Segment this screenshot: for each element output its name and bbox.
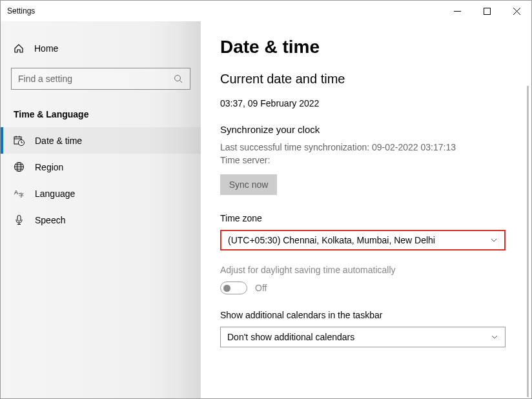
content-area: Date & time Current date and time 03:37,…	[201, 21, 531, 398]
current-datetime-value: 03:37, 09 February 2022	[220, 98, 511, 108]
sync-last-success: Last successful time synchronization: 09…	[220, 141, 511, 154]
svg-text:A: A	[14, 189, 18, 196]
sync-now-button[interactable]: Sync now	[220, 174, 277, 195]
sidebar: Home Time & Language Date & time Region …	[1, 21, 201, 398]
timezone-label: Time zone	[220, 213, 511, 223]
sidebar-item-label: Speech	[35, 215, 65, 225]
timezone-dropdown[interactable]: (UTC+05:30) Chennai, Kolkata, Mumbai, Ne…	[220, 230, 506, 251]
sidebar-item-language[interactable]: A字 Language	[1, 180, 201, 207]
sidebar-item-label: Region	[35, 162, 63, 172]
dst-label: Adjust for daylight saving time automati…	[220, 265, 511, 275]
dst-toggle: Off	[220, 281, 511, 294]
globe-icon	[14, 161, 25, 172]
search-input[interactable]	[18, 74, 174, 84]
sidebar-item-date-time[interactable]: Date & time	[1, 127, 201, 154]
sync-time-server: Time server:	[220, 154, 511, 167]
maximize-button[interactable]	[472, 1, 502, 21]
svg-point-4	[175, 75, 181, 81]
minimize-button[interactable]	[442, 1, 472, 21]
sidebar-item-region[interactable]: Region	[1, 154, 201, 180]
sidebar-item-label: Date & time	[35, 136, 82, 146]
page-title: Date & time	[220, 37, 511, 57]
chevron-down-icon	[491, 333, 498, 341]
svg-rect-1	[484, 8, 490, 14]
timezone-value: (UTC+05:30) Chennai, Kolkata, Mumbai, Ne…	[228, 235, 435, 245]
sidebar-item-speech[interactable]: Speech	[1, 207, 201, 233]
additional-calendars-value: Don't show additional calendars	[227, 332, 354, 342]
sidebar-item-label: Language	[35, 189, 75, 199]
home-button[interactable]: Home	[1, 37, 201, 60]
language-icon: A字	[14, 188, 25, 199]
svg-line-5	[180, 80, 183, 83]
toggle-track	[220, 281, 247, 294]
calendar-clock-icon	[14, 135, 25, 146]
category-label: Time & Language	[1, 97, 201, 127]
sync-info: Last successful time synchronization: 09…	[220, 141, 511, 167]
svg-text:字: 字	[19, 192, 24, 198]
additional-calendars-label: Show additional calendars in the taskbar	[220, 310, 511, 320]
dst-state: Off	[255, 283, 267, 293]
sync-heading: Synchronize your clock	[220, 124, 511, 135]
search-icon	[174, 74, 183, 84]
window-title: Settings	[7, 6, 35, 15]
home-label: Home	[34, 43, 58, 54]
additional-calendars-dropdown[interactable]: Don't show additional calendars	[220, 327, 506, 347]
search-box[interactable]	[11, 68, 190, 90]
svg-rect-20	[17, 216, 21, 221]
home-icon	[14, 43, 24, 54]
toggle-thumb	[223, 285, 230, 292]
chevron-down-icon	[490, 236, 498, 244]
microphone-icon	[14, 214, 25, 225]
section-current-datetime: Current date and time	[220, 72, 511, 87]
close-button[interactable]	[502, 1, 531, 21]
